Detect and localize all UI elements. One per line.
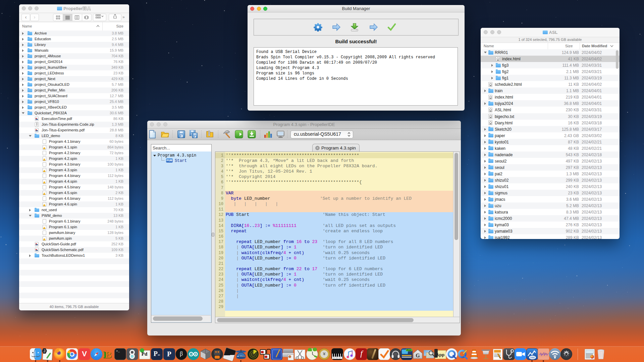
svg-text:G: G [416, 353, 420, 358]
